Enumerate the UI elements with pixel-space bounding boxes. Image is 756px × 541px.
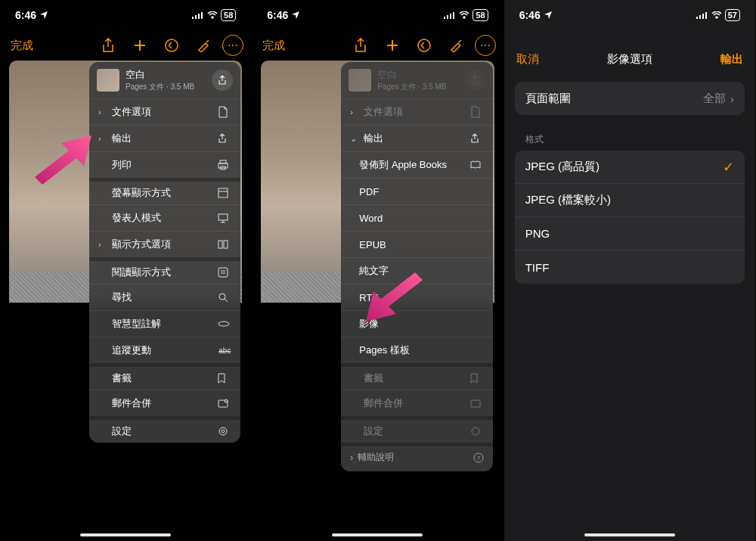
wifi-icon bbox=[711, 11, 722, 19]
svg-rect-15 bbox=[218, 268, 228, 277]
done-button[interactable]: 完成 bbox=[8, 39, 36, 53]
svg-rect-14 bbox=[224, 241, 228, 248]
signal-icon bbox=[192, 11, 204, 19]
layout-icon bbox=[218, 188, 231, 198]
done-button[interactable]: 完成 bbox=[259, 39, 288, 53]
menu-presenter[interactable]: 發表人模式 bbox=[89, 204, 240, 231]
read-icon bbox=[218, 267, 231, 278]
share-icon bbox=[218, 133, 231, 144]
export-plaintext[interactable]: 純文字 bbox=[341, 257, 492, 284]
chevron-down-icon: ⌄ bbox=[350, 134, 359, 144]
more-popover-expanded: 空白 Pages 文件 · 3.5 MB › 文件選項 ⌄ 輸出 發佈到 App… bbox=[341, 62, 492, 471]
menu-mail-merge[interactable]: 郵件合併 bbox=[89, 390, 240, 416]
export-rtf[interactable]: RTF bbox=[341, 284, 492, 310]
svg-rect-37 bbox=[705, 12, 707, 19]
menu-reading-view[interactable]: 閱讀顯示方式 bbox=[89, 257, 240, 284]
add-icon[interactable] bbox=[380, 33, 405, 58]
menu-doc-options[interactable]: › 文件選項 bbox=[89, 98, 240, 125]
phone-screen-2: 6:46 58 完成 ⋯ bbox=[252, 0, 503, 541]
bookmark-icon bbox=[470, 373, 484, 384]
menu-find[interactable]: 尋找 bbox=[89, 284, 240, 310]
menu-settings: 設定 bbox=[341, 416, 492, 443]
menu-mail-merge: 郵件合併 bbox=[341, 390, 492, 416]
share-icon[interactable] bbox=[348, 33, 373, 58]
export-template[interactable]: Pages 樣板 bbox=[341, 337, 492, 363]
add-icon[interactable] bbox=[127, 33, 153, 58]
status-bar: 6:46 58 bbox=[0, 0, 251, 30]
svg-rect-26 bbox=[447, 15, 448, 19]
gear-icon bbox=[470, 426, 484, 437]
chevron-right-icon: › bbox=[98, 107, 107, 117]
export-word[interactable]: Word bbox=[341, 204, 492, 231]
annotation-icon bbox=[218, 320, 231, 328]
export-apple-books[interactable]: 發佈到 Apple Books bbox=[341, 151, 492, 178]
wifi-icon bbox=[459, 11, 469, 19]
home-indicator[interactable] bbox=[584, 533, 675, 536]
location-icon bbox=[544, 11, 553, 20]
more-icon[interactable]: ⋯ bbox=[222, 35, 243, 56]
svg-text:?: ? bbox=[476, 455, 480, 462]
svg-rect-34 bbox=[696, 17, 698, 19]
menu-bookmarks[interactable]: 書籤 bbox=[89, 363, 240, 390]
split-icon bbox=[218, 240, 231, 249]
menu-track-changes[interactable]: 追蹤更動 abc bbox=[89, 337, 240, 363]
doc-thumbnail bbox=[97, 69, 119, 92]
svg-rect-35 bbox=[699, 15, 701, 19]
export-pdf[interactable]: PDF bbox=[341, 178, 492, 204]
undo-icon[interactable] bbox=[159, 33, 184, 58]
help-icon: ? bbox=[473, 452, 484, 463]
svg-point-4 bbox=[166, 39, 178, 51]
checkmark-icon: ✓ bbox=[723, 159, 734, 176]
svg-point-29 bbox=[418, 39, 430, 51]
doc-title: 空白 bbox=[377, 68, 457, 82]
page-range-row[interactable]: 頁面範圍 全部 › bbox=[515, 82, 745, 115]
svg-point-24 bbox=[222, 430, 225, 433]
format-jpeg-small[interactable]: JPEG (檔案較小) bbox=[515, 184, 745, 217]
svg-point-23 bbox=[219, 428, 227, 435]
page-range-label: 頁面範圍 bbox=[525, 92, 703, 106]
menu-doc-options: › 文件選項 bbox=[341, 98, 492, 125]
battery-level: 57 bbox=[725, 9, 740, 21]
menu-help[interactable]: › 輔助說明 ? bbox=[341, 443, 492, 471]
doc-thumbnail bbox=[349, 69, 371, 92]
mail-merge-icon bbox=[470, 399, 484, 408]
more-icon[interactable]: ⋯ bbox=[475, 35, 496, 56]
signal-icon bbox=[696, 11, 708, 19]
export-button[interactable]: 輸出 bbox=[720, 52, 743, 67]
header-share-icon[interactable] bbox=[212, 70, 233, 91]
chevron-right-icon: › bbox=[350, 452, 353, 463]
toolbar: 完成 ⋯ bbox=[252, 30, 503, 61]
svg-rect-36 bbox=[702, 14, 704, 19]
menu-export[interactable]: › 輸出 bbox=[89, 125, 240, 151]
export-epub[interactable]: EPUB bbox=[341, 231, 492, 257]
menu-settings[interactable]: 設定 bbox=[89, 416, 240, 443]
format-tiff[interactable]: TIFF bbox=[515, 250, 745, 284]
menu-screen-display[interactable]: 螢幕顯示方式 bbox=[89, 178, 240, 204]
menu-display-options[interactable]: › 顯示方式選項 bbox=[89, 231, 240, 257]
location-icon bbox=[39, 11, 48, 20]
home-indicator[interactable] bbox=[80, 533, 171, 536]
format-png[interactable]: PNG bbox=[515, 217, 745, 250]
menu-smart-annotations[interactable]: 智慧型註解 bbox=[89, 310, 240, 337]
format-icon[interactable] bbox=[443, 33, 469, 58]
cancel-button[interactable]: 取消 bbox=[516, 52, 539, 67]
home-indicator[interactable] bbox=[332, 533, 423, 536]
share-icon[interactable] bbox=[95, 33, 121, 58]
svg-rect-3 bbox=[201, 12, 203, 19]
format-jpeg-high[interactable]: JPEG (高品質) ✓ bbox=[515, 151, 745, 184]
more-popover: 空白 Pages 文件 · 3.5 MB › 文件選項 › 輸出 列印 bbox=[89, 62, 240, 443]
svg-line-19 bbox=[225, 299, 228, 302]
status-bar: 6:46 58 bbox=[252, 0, 503, 30]
track-changes-icon: abc bbox=[218, 347, 231, 355]
format-icon[interactable] bbox=[191, 33, 216, 58]
svg-rect-8 bbox=[218, 188, 228, 197]
menu-print[interactable]: 列印 bbox=[89, 151, 240, 178]
undo-icon[interactable] bbox=[411, 33, 437, 58]
print-icon bbox=[218, 160, 231, 170]
menu-export-expanded[interactable]: ⌄ 輸出 bbox=[341, 125, 492, 151]
export-image[interactable]: 影像 bbox=[341, 310, 492, 337]
page-range-value: 全部 bbox=[703, 92, 726, 106]
doc-title: 空白 bbox=[125, 68, 206, 82]
page-title: 影像選項 bbox=[607, 52, 652, 67]
share-icon bbox=[470, 133, 484, 144]
